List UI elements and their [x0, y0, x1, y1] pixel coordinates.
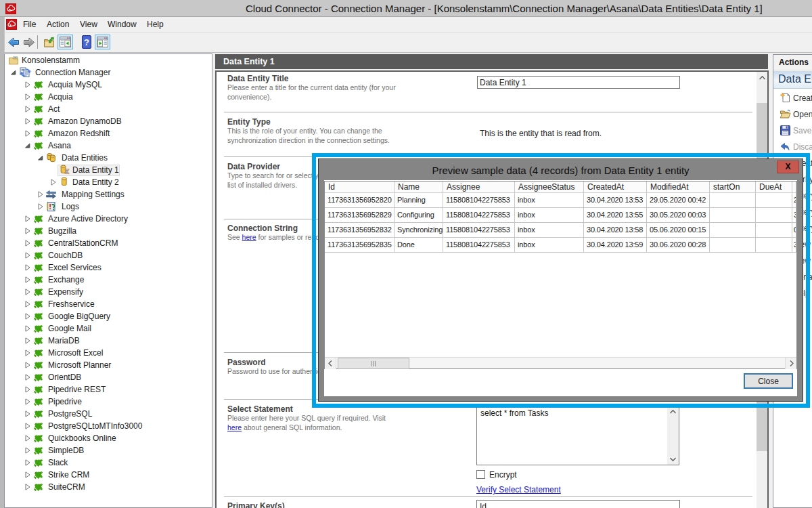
svg-text:?: ? — [84, 37, 89, 47]
